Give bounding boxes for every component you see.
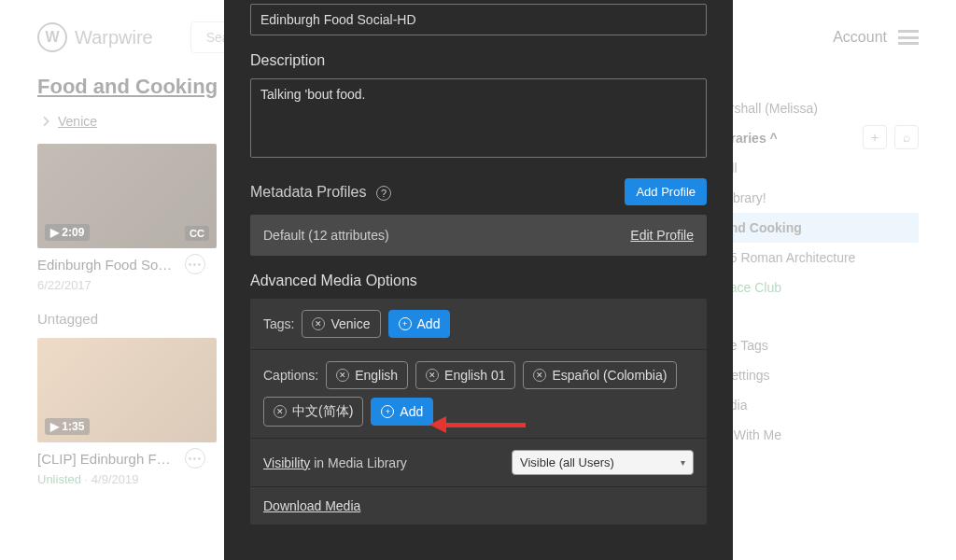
description-field[interactable]	[250, 78, 707, 158]
add-tag-button[interactable]: Add	[388, 310, 451, 338]
download-row: Download Media	[250, 487, 707, 525]
edit-profile-link[interactable]: Edit Profile	[630, 228, 694, 243]
add-profile-button[interactable]: Add Profile	[625, 178, 707, 205]
advanced-label: Advanced Media Options	[250, 273, 707, 289]
remove-icon[interactable]: ✕	[426, 369, 439, 382]
captions-label: Captions:	[263, 368, 318, 383]
add-caption-button[interactable]: Add	[371, 398, 433, 426]
remove-icon[interactable]: ✕	[533, 369, 546, 382]
metadata-label: Metadata Profiles ?	[250, 184, 391, 201]
caption-chip[interactable]: ✕中文(简体)	[263, 397, 363, 427]
annotation-arrow	[429, 416, 526, 433]
visibility-link[interactable]: Visibility	[263, 455, 310, 470]
title-field[interactable]	[250, 4, 707, 35]
tags-label: Tags:	[263, 316, 294, 331]
caption-chip[interactable]: ✕Español (Colombia)	[523, 361, 677, 389]
visibility-row: Visibility in Media Library Visible (all…	[250, 439, 707, 487]
visibility-select[interactable]: Visible (all Users)▾	[512, 450, 694, 475]
caption-chip[interactable]: ✕English	[326, 361, 408, 389]
tags-row: Tags: ✕Venice Add	[250, 299, 707, 350]
remove-icon[interactable]: ✕	[274, 405, 287, 418]
plus-icon	[399, 317, 412, 330]
caption-chip[interactable]: ✕English 01	[415, 361, 515, 389]
description-label: Description	[250, 52, 707, 69]
chevron-down-icon: ▾	[681, 457, 685, 468]
profile-row: Default (12 attributes) Edit Profile	[250, 215, 707, 256]
download-media-link[interactable]: Download Media	[263, 498, 360, 513]
edit-media-modal: Description Metadata Profiles ? Add Prof…	[224, 0, 733, 560]
plus-icon	[381, 405, 394, 418]
remove-icon[interactable]: ✕	[336, 369, 349, 382]
remove-icon[interactable]: ✕	[312, 317, 325, 330]
profile-name: Default (12 attributes)	[263, 228, 389, 243]
tag-chip[interactable]: ✕Venice	[302, 310, 380, 338]
help-icon[interactable]: ?	[376, 186, 391, 201]
